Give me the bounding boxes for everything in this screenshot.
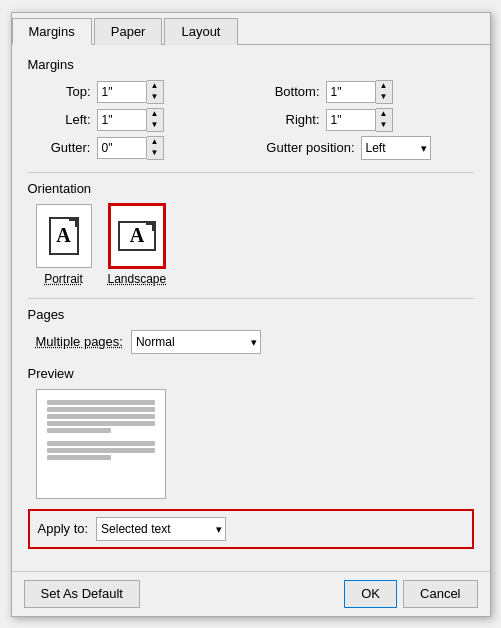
preview-line-8 bbox=[47, 455, 112, 460]
margins-section-title: Margins bbox=[28, 57, 474, 72]
preview-line-3 bbox=[47, 414, 155, 419]
right-decrement[interactable]: ▼ bbox=[376, 120, 392, 131]
top-increment[interactable]: ▲ bbox=[147, 81, 163, 92]
landscape-option[interactable]: A Landscape bbox=[108, 204, 167, 286]
landscape-page-icon: A bbox=[118, 221, 156, 251]
tab-margins[interactable]: Margins bbox=[12, 18, 92, 45]
preview-content bbox=[43, 396, 159, 492]
preview-spacer bbox=[47, 435, 155, 439]
preview-line-7 bbox=[47, 448, 155, 453]
cancel-button[interactable]: Cancel bbox=[403, 580, 477, 608]
multiple-pages-label: Multiple pages: bbox=[36, 334, 123, 349]
preview-line-4 bbox=[47, 421, 155, 426]
orientation-section: Orientation A Portrait bbox=[28, 181, 474, 286]
bottom-spinner-buttons: ▲ ▼ bbox=[376, 80, 393, 104]
corner-fold-landscape bbox=[146, 223, 154, 231]
preview-line-2 bbox=[47, 407, 155, 412]
right-increment[interactable]: ▲ bbox=[376, 109, 392, 120]
landscape-label: Landscape bbox=[108, 272, 167, 286]
ok-button[interactable]: OK bbox=[344, 580, 397, 608]
right-spinner[interactable]: ▲ ▼ bbox=[326, 108, 393, 132]
left-field-row: Left: ▲ ▼ bbox=[36, 108, 245, 132]
preview-box bbox=[36, 389, 166, 499]
tab-bar: Margins Paper Layout bbox=[12, 13, 490, 45]
left-spinner-buttons: ▲ ▼ bbox=[147, 108, 164, 132]
bottom-spinner[interactable]: ▲ ▼ bbox=[326, 80, 393, 104]
set-as-default-button[interactable]: Set As Default bbox=[24, 580, 140, 608]
bottom-label: Bottom: bbox=[265, 84, 320, 99]
left-label: Left: bbox=[36, 112, 91, 127]
gutter-spinner-buttons: ▲ ▼ bbox=[147, 136, 164, 160]
preview-title: Preview bbox=[28, 366, 474, 381]
gutter-input[interactable] bbox=[97, 137, 147, 159]
multiple-pages-select[interactable]: Normal Mirror margins 2 pages per sheet … bbox=[131, 330, 261, 354]
apply-to-wrapper: Selected text Whole document This point … bbox=[96, 517, 226, 541]
gutter-position-wrapper: Left Top bbox=[361, 136, 431, 160]
top-input[interactable] bbox=[97, 81, 147, 103]
pages-title: Pages bbox=[28, 307, 474, 322]
multiple-pages-wrapper: Normal Mirror margins 2 pages per sheet … bbox=[131, 330, 261, 354]
orientation-options: A Portrait A Landscape bbox=[28, 204, 474, 286]
page-setup-dialog: Margins Paper Layout Margins Top: ▲ ▼ bbox=[11, 12, 491, 617]
top-spinner[interactable]: ▲ ▼ bbox=[97, 80, 164, 104]
portrait-page-icon: A bbox=[49, 217, 79, 255]
portrait-icon-box: A bbox=[36, 204, 92, 268]
dialog-content: Margins Top: ▲ ▼ Bottom: bbox=[12, 45, 490, 571]
right-input[interactable] bbox=[326, 109, 376, 131]
left-input[interactable] bbox=[97, 109, 147, 131]
apply-to-select[interactable]: Selected text Whole document This point … bbox=[96, 517, 226, 541]
orientation-title: Orientation bbox=[28, 181, 474, 196]
tab-paper[interactable]: Paper bbox=[94, 18, 163, 45]
top-decrement[interactable]: ▼ bbox=[147, 92, 163, 103]
left-decrement[interactable]: ▼ bbox=[147, 120, 163, 131]
gutter-position-select[interactable]: Left Top bbox=[361, 136, 431, 160]
right-label: Right: bbox=[265, 112, 320, 127]
apply-to-label: Apply to: bbox=[38, 521, 89, 536]
bottom-field-row: Bottom: ▲ ▼ bbox=[265, 80, 474, 104]
preview-line-1 bbox=[47, 400, 155, 405]
left-increment[interactable]: ▲ bbox=[147, 109, 163, 120]
bottom-buttons: Set As Default OK Cancel bbox=[12, 571, 490, 616]
right-field-row: Right: ▲ ▼ bbox=[265, 108, 474, 132]
right-spinner-buttons: ▲ ▼ bbox=[376, 108, 393, 132]
apply-to-row: Apply to: Selected text Whole document T… bbox=[28, 509, 474, 549]
gutter-spinner[interactable]: ▲ ▼ bbox=[97, 136, 164, 160]
pages-row: Multiple pages: Normal Mirror margins 2 … bbox=[28, 330, 474, 354]
gutter-increment[interactable]: ▲ bbox=[147, 137, 163, 148]
landscape-icon-box: A bbox=[109, 204, 165, 268]
gutter-position-field-row: Gutter position: Left Top bbox=[265, 136, 474, 160]
bottom-input[interactable] bbox=[326, 81, 376, 103]
bottom-decrement[interactable]: ▼ bbox=[376, 92, 392, 103]
pages-section: Pages Multiple pages: Normal Mirror marg… bbox=[28, 307, 474, 354]
portrait-option[interactable]: A Portrait bbox=[36, 204, 92, 286]
tab-layout[interactable]: Layout bbox=[164, 18, 237, 45]
gutter-field-row: Gutter: ▲ ▼ bbox=[36, 136, 245, 160]
preview-section: Preview bbox=[28, 366, 474, 499]
left-spinner[interactable]: ▲ ▼ bbox=[97, 108, 164, 132]
preview-line-5 bbox=[47, 428, 112, 433]
gutter-position-label: Gutter position: bbox=[265, 140, 355, 155]
bottom-increment[interactable]: ▲ bbox=[376, 81, 392, 92]
gutter-decrement[interactable]: ▼ bbox=[147, 148, 163, 159]
portrait-label: Portrait bbox=[44, 272, 83, 286]
margins-fields: Top: ▲ ▼ Bottom: ▲ ▼ bbox=[28, 80, 474, 160]
top-label: Top: bbox=[36, 84, 91, 99]
gutter-label: Gutter: bbox=[36, 140, 91, 155]
preview-line-6 bbox=[47, 441, 155, 446]
top-field-row: Top: ▲ ▼ bbox=[36, 80, 245, 104]
top-spinner-buttons: ▲ ▼ bbox=[147, 80, 164, 104]
corner-fold bbox=[69, 219, 77, 227]
